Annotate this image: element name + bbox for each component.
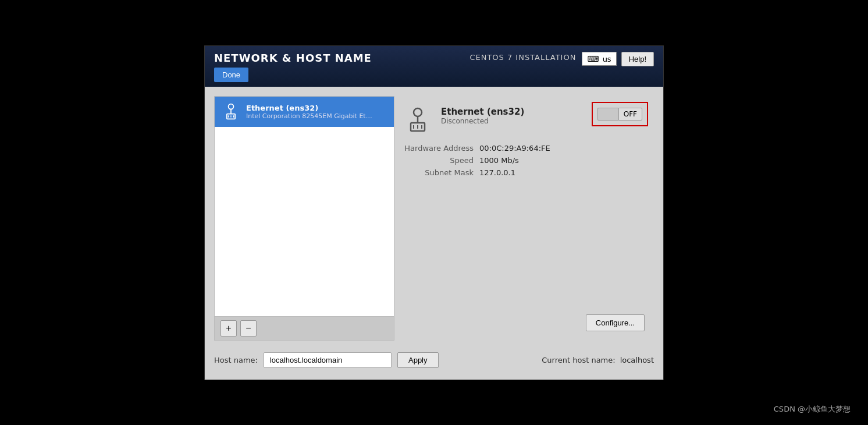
keyboard-input[interactable]: ⌨ us (582, 52, 616, 66)
svg-point-0 (229, 104, 234, 109)
device-name: Ethernet (ens32) (441, 107, 524, 117)
centos-label: CENTOS 7 INSTALLATION (469, 53, 576, 62)
header-right-controls: ⌨ us Help! (582, 52, 654, 66)
spec-subnet-mask: Subnet Mask 127.0.0.1 (404, 168, 645, 177)
main-window: NETWORK & HOST NAME Done CENTOS 7 INSTAL… (204, 45, 664, 380)
header-left: NETWORK & HOST NAME Done (214, 52, 372, 82)
toggle-off-label: OFF (618, 108, 642, 121)
spec-hardware-address-label: Hardware Address (404, 144, 474, 153)
toggle-track (597, 108, 618, 121)
spec-speed-value: 1000 Mb/s (479, 156, 519, 165)
spec-speed: Speed 1000 Mb/s (404, 156, 645, 165)
content-inner: Ethernet (ens32) Intel Corporation 82545… (214, 96, 654, 341)
toggle-switch[interactable]: OFF (597, 108, 642, 121)
header-right: CENTOS 7 INSTALLATION ⌨ us Help! (469, 52, 654, 66)
watermark: CSDN @小鲸鱼大梦想 (774, 404, 851, 415)
device-status: Disconnected (441, 117, 524, 125)
device-ethernet-icon (404, 107, 432, 134)
keyboard-icon: ⌨ (587, 54, 599, 63)
svg-point-6 (414, 108, 422, 116)
network-list-body (215, 127, 394, 316)
device-specs: Hardware Address 00:0C:29:A9:64:FE Speed… (404, 144, 645, 177)
spec-hardware-address: Hardware Address 00:0C:29:A9:64:FE (404, 144, 645, 153)
hostname-row: Host name: Apply Current host name: loca… (214, 350, 654, 370)
apply-button[interactable]: Apply (397, 352, 439, 368)
page-title: NETWORK & HOST NAME (214, 52, 372, 64)
toggle-area: OFF (592, 102, 648, 126)
keyboard-value: us (603, 55, 611, 63)
spec-speed-label: Speed (404, 156, 474, 165)
help-button[interactable]: Help! (621, 52, 654, 66)
spec-subnet-mask-value: 127.0.0.1 (479, 168, 515, 177)
hostname-label: Host name: (214, 356, 258, 364)
configure-area: Configure... (586, 314, 645, 331)
device-details: Ethernet (ens32) Disconnected (441, 107, 524, 125)
spec-hardware-address-value: 00:0C:29:A9:64:FE (479, 144, 550, 153)
network-list-panel: Ethernet (ens32) Intel Corporation 82545… (214, 96, 394, 341)
network-list-item[interactable]: Ethernet (ens32) Intel Corporation 82545… (215, 97, 394, 127)
done-button[interactable]: Done (214, 68, 248, 82)
spec-subnet-mask-label: Subnet Mask (404, 168, 474, 177)
network-list-footer: + − (215, 316, 394, 340)
current-hostname: Current host name: localhost (542, 356, 654, 364)
current-hostname-value: localhost (620, 356, 654, 364)
device-panel: OFF (394, 96, 654, 341)
hostname-input[interactable] (264, 352, 392, 368)
configure-button[interactable]: Configure... (586, 314, 645, 331)
ethernet-icon (222, 102, 240, 121)
current-hostname-label: Current host name: (542, 356, 615, 364)
remove-network-button[interactable]: − (240, 320, 257, 337)
content-area: Ethernet (ens32) Intel Corporation 82545… (205, 87, 663, 380)
network-item-text: Ethernet (ens32) Intel Corporation 82545… (246, 104, 387, 120)
add-network-button[interactable]: + (220, 320, 237, 337)
network-item-name: Ethernet (ens32) (246, 104, 387, 112)
header: NETWORK & HOST NAME Done CENTOS 7 INSTAL… (205, 46, 663, 87)
network-item-desc: Intel Corporation 82545EM Gigabit Ethern… (246, 112, 374, 120)
